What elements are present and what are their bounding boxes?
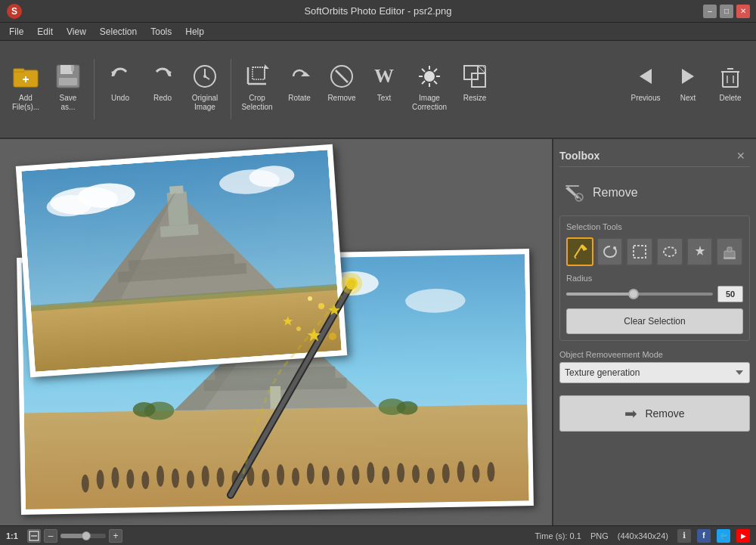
svg-marker-21 — [265, 64, 269, 69]
toolbar-divider-2 — [231, 59, 231, 119]
toolbar: AddFile(s)... Saveas... Undo — [0, 41, 756, 139]
remove-button[interactable]: Remove — [322, 55, 361, 123]
menu-selection[interactable]: Selection — [94, 24, 143, 39]
add-files-label: AddFile(s)... — [12, 94, 39, 112]
clear-selection-button[interactable]: Clear Selection — [566, 308, 743, 334]
original-image-button[interactable]: OriginalImage — [185, 55, 225, 123]
undo-button[interactable]: Undo — [101, 55, 140, 123]
titlebar: S SoftOrbits Photo Editor - psr2.png – □… — [0, 0, 756, 23]
radius-row: 50 — [566, 286, 743, 302]
svg-rect-113 — [169, 185, 184, 194]
toolbox-close-button[interactable]: ✕ — [732, 148, 750, 163]
text-button[interactable]: W Text — [364, 55, 404, 123]
crop-selection-button[interactable]: CropSelection — [237, 55, 277, 123]
youtube-icon[interactable]: ▶ — [736, 529, 750, 543]
svg-line-24 — [336, 70, 348, 82]
toolbox-panel: Toolbox ✕ Remove Selection Tools — [552, 139, 756, 525]
remove-tool-icon — [562, 181, 587, 205]
radius-value: 50 — [717, 286, 743, 302]
svg-marker-128 — [565, 187, 579, 199]
remove-label-toolbar: Remove — [327, 94, 355, 103]
radius-section: Radius 50 — [566, 274, 743, 302]
text-label: Text — [377, 94, 391, 103]
right-toolbar: Previous Next Delete — [626, 55, 750, 123]
statusbar: 1:1 – + Time (s): 0.1 PNG (440x340x24) ℹ… — [0, 525, 756, 545]
zoom-in-button[interactable]: + — [109, 529, 122, 543]
photo-canvas — [19, 155, 533, 510]
selection-tools-row — [566, 237, 743, 266]
zoom-out-button[interactable]: – — [44, 529, 57, 543]
add-files-button[interactable]: AddFile(s)... — [6, 55, 45, 123]
removal-mode-label: Object Removeement Mode — [559, 350, 750, 359]
removal-mode-select[interactable]: Texture generation Content-aware fill In… — [559, 362, 750, 383]
delete-button[interactable]: Delete — [711, 55, 750, 123]
save-as-button[interactable]: Saveas... — [48, 55, 88, 123]
menu-view[interactable]: View — [60, 24, 92, 39]
menu-file[interactable]: File — [3, 24, 29, 39]
minimize-button[interactable]: – — [703, 5, 717, 18]
svg-rect-42 — [723, 72, 738, 87]
rect-select-button[interactable] — [626, 237, 653, 266]
twitter-icon[interactable]: 🐦 — [717, 529, 730, 543]
menu-edit[interactable]: Edit — [31, 24, 59, 39]
svg-rect-136 — [634, 246, 646, 258]
radius-slider[interactable] — [566, 286, 713, 302]
selection-tools-section: Selection Tools — [559, 215, 750, 341]
svg-marker-41 — [682, 69, 694, 84]
remove-arrow-icon: ➡ — [624, 404, 637, 423]
svg-line-134 — [575, 257, 576, 259]
svg-line-31 — [422, 69, 425, 72]
close-button[interactable]: ✕ — [736, 5, 750, 18]
canvas-area[interactable] — [0, 139, 552, 525]
toolbar-divider-1 — [94, 59, 94, 119]
lasso-tool-button[interactable] — [596, 237, 624, 266]
remove-tool-label: Remove — [593, 186, 638, 200]
main-area: Toolbox ✕ Remove Selection Tools — [0, 139, 756, 525]
next-label: Next — [680, 94, 696, 103]
next-button[interactable]: Next — [668, 55, 708, 123]
previous-button[interactable]: Previous — [626, 55, 665, 123]
image-correction-label: ImageCorrection — [412, 94, 447, 112]
redo-icon — [148, 62, 177, 91]
rotate-button[interactable]: Rotate — [280, 55, 319, 123]
format-info: PNG — [590, 531, 609, 540]
folder-icon — [11, 62, 40, 91]
toolbox-header: Toolbox ✕ — [559, 145, 750, 167]
svg-rect-3 — [14, 69, 24, 72]
svg-rect-8 — [71, 65, 74, 71]
menu-tools[interactable]: Tools — [144, 24, 178, 39]
menu-help[interactable]: Help — [179, 24, 210, 39]
ellipse-select-button[interactable] — [656, 237, 683, 266]
zoom-thumb[interactable] — [82, 531, 91, 540]
resize-button[interactable]: Resize — [455, 55, 494, 123]
svg-rect-54 — [24, 404, 529, 509]
svg-marker-138 — [695, 246, 705, 255]
app-logo: S — [6, 1, 27, 22]
redo-button[interactable]: Redo — [143, 55, 182, 123]
text-icon: W — [370, 62, 398, 91]
photo-inner-top — [21, 150, 342, 372]
canvas-background — [0, 139, 552, 525]
info-icon[interactable]: ℹ — [677, 529, 691, 543]
redo-label: Redo — [153, 94, 172, 103]
svg-rect-127 — [565, 185, 579, 187]
zoom-slider[interactable] — [60, 534, 106, 538]
maximize-button[interactable]: □ — [720, 5, 733, 18]
facebook-icon[interactable]: f — [697, 529, 711, 543]
brush-tool-button[interactable] — [566, 237, 593, 266]
zoom-fill — [60, 534, 83, 538]
rotate-label: Rotate — [288, 94, 310, 103]
rotate-icon — [285, 62, 314, 91]
remove-action-button[interactable]: ➡ Remove — [559, 395, 750, 432]
previous-icon — [631, 62, 660, 91]
zoom-fit-button[interactable] — [27, 529, 41, 543]
time-info: Time (s): 0.1 — [535, 531, 581, 540]
stamp-tool-button[interactable] — [716, 237, 743, 266]
magic-wand-button[interactable] — [686, 237, 714, 266]
image-correction-button[interactable]: ImageCorrection — [407, 55, 452, 123]
svg-point-15 — [203, 75, 206, 78]
svg-point-135 — [613, 246, 616, 249]
window-title: SoftOrbits Photo Editor - psr2.png — [304, 5, 451, 17]
svg-rect-141 — [723, 257, 736, 259]
radius-thumb[interactable] — [628, 289, 639, 299]
